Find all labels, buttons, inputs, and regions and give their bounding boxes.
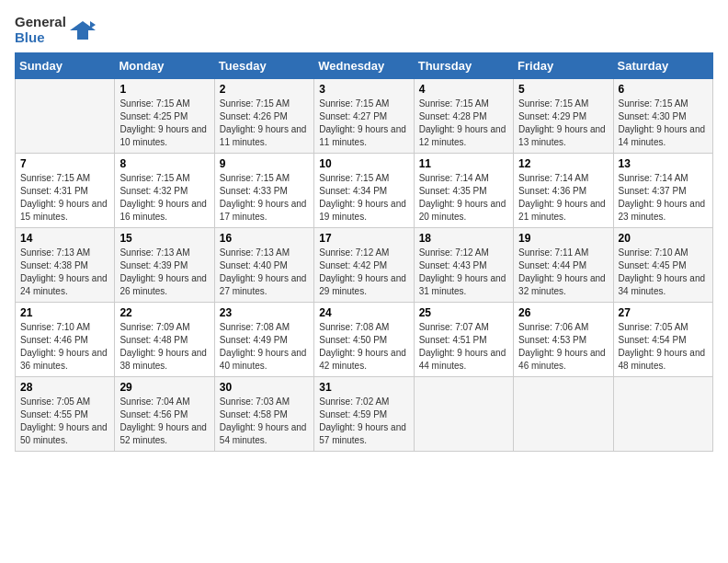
- day-info: Sunrise: 7:14 AMSunset: 4:37 PMDaylight:…: [619, 172, 708, 224]
- day-number: 24: [319, 306, 408, 319]
- day-number: 4: [419, 83, 508, 96]
- day-info: Sunrise: 7:15 AMSunset: 4:30 PMDaylight:…: [619, 98, 708, 149]
- day-info: Sunrise: 7:15 AMSunset: 4:29 PMDaylight:…: [518, 98, 608, 149]
- day-number: 2: [220, 83, 309, 96]
- logo-general: General: [15, 15, 66, 30]
- calendar-cell: 11Sunrise: 7:14 AMSunset: 4:35 PMDayligh…: [414, 154, 513, 228]
- calendar-week-3: 14Sunrise: 7:13 AMSunset: 4:38 PMDayligh…: [16, 228, 713, 303]
- day-number: 25: [419, 306, 508, 319]
- day-number: 16: [220, 232, 309, 245]
- day-number: 15: [119, 232, 209, 245]
- day-number: 30: [220, 381, 309, 394]
- day-info: Sunrise: 7:15 AMSunset: 4:34 PMDaylight:…: [319, 172, 408, 224]
- calendar-cell: 20Sunrise: 7:10 AMSunset: 4:45 PMDayligh…: [613, 228, 712, 303]
- logo-bird-icon: [70, 17, 96, 43]
- day-number: 21: [20, 306, 109, 319]
- calendar-week-5: 28Sunrise: 7:05 AMSunset: 4:55 PMDayligh…: [16, 377, 713, 452]
- day-info: Sunrise: 7:15 AMSunset: 4:26 PMDaylight:…: [220, 98, 309, 149]
- day-number: 12: [518, 157, 608, 170]
- day-number: 19: [518, 232, 608, 245]
- day-number: 18: [419, 232, 508, 245]
- calendar-cell: 5Sunrise: 7:15 AMSunset: 4:29 PMDaylight…: [514, 79, 613, 154]
- day-header-monday: Monday: [115, 53, 214, 79]
- day-info: Sunrise: 7:15 AMSunset: 4:33 PMDaylight:…: [220, 172, 309, 224]
- day-info: Sunrise: 7:03 AMSunset: 4:58 PMDaylight:…: [220, 396, 309, 447]
- day-number: 29: [119, 381, 209, 394]
- day-info: Sunrise: 7:08 AMSunset: 4:50 PMDaylight:…: [319, 321, 408, 373]
- calendar-cell: 22Sunrise: 7:09 AMSunset: 4:48 PMDayligh…: [115, 303, 214, 377]
- calendar-cell: 21Sunrise: 7:10 AMSunset: 4:46 PMDayligh…: [16, 303, 115, 377]
- day-header-wednesday: Wednesday: [314, 53, 414, 79]
- day-number: 1: [119, 83, 209, 96]
- day-info: Sunrise: 7:09 AMSunset: 4:48 PMDaylight:…: [119, 321, 209, 373]
- calendar-cell: 14Sunrise: 7:13 AMSunset: 4:38 PMDayligh…: [16, 228, 115, 303]
- calendar-week-2: 7Sunrise: 7:15 AMSunset: 4:31 PMDaylight…: [16, 154, 713, 228]
- day-header-thursday: Thursday: [414, 53, 513, 79]
- day-number: 8: [119, 157, 209, 170]
- day-info: Sunrise: 7:07 AMSunset: 4:51 PMDaylight:…: [419, 321, 508, 373]
- calendar-week-4: 21Sunrise: 7:10 AMSunset: 4:46 PMDayligh…: [16, 303, 713, 377]
- day-number: 23: [220, 306, 309, 319]
- page-header: General Blue: [15, 15, 713, 45]
- calendar-cell: [613, 377, 712, 452]
- calendar-cell: [414, 377, 513, 452]
- day-info: Sunrise: 7:13 AMSunset: 4:39 PMDaylight:…: [119, 247, 209, 298]
- day-info: Sunrise: 7:12 AMSunset: 4:43 PMDaylight:…: [419, 247, 508, 298]
- day-info: Sunrise: 7:06 AMSunset: 4:53 PMDaylight:…: [518, 321, 608, 373]
- days-header-row: SundayMondayTuesdayWednesdayThursdayFrid…: [16, 53, 713, 79]
- calendar-cell: 30Sunrise: 7:03 AMSunset: 4:58 PMDayligh…: [214, 377, 313, 452]
- calendar-cell: 2Sunrise: 7:15 AMSunset: 4:26 PMDaylight…: [214, 79, 313, 154]
- calendar-cell: 24Sunrise: 7:08 AMSunset: 4:50 PMDayligh…: [314, 303, 414, 377]
- day-info: Sunrise: 7:15 AMSunset: 4:28 PMDaylight:…: [419, 98, 508, 149]
- day-info: Sunrise: 7:10 AMSunset: 4:46 PMDaylight:…: [20, 321, 109, 373]
- calendar-cell: 8Sunrise: 7:15 AMSunset: 4:32 PMDaylight…: [115, 154, 214, 228]
- calendar-cell: 25Sunrise: 7:07 AMSunset: 4:51 PMDayligh…: [414, 303, 513, 377]
- day-info: Sunrise: 7:13 AMSunset: 4:38 PMDaylight:…: [20, 247, 109, 298]
- calendar-cell: 17Sunrise: 7:12 AMSunset: 4:42 PMDayligh…: [314, 228, 414, 303]
- calendar-cell: 15Sunrise: 7:13 AMSunset: 4:39 PMDayligh…: [115, 228, 214, 303]
- calendar-cell: 10Sunrise: 7:15 AMSunset: 4:34 PMDayligh…: [314, 154, 414, 228]
- day-number: 31: [319, 381, 408, 394]
- day-number: 11: [419, 157, 508, 170]
- svg-marker-1: [90, 21, 96, 29]
- calendar-cell: 27Sunrise: 7:05 AMSunset: 4:54 PMDayligh…: [613, 303, 712, 377]
- day-info: Sunrise: 7:10 AMSunset: 4:45 PMDaylight:…: [619, 247, 708, 298]
- day-number: 17: [319, 232, 408, 245]
- day-number: 3: [319, 83, 408, 96]
- calendar-cell: 28Sunrise: 7:05 AMSunset: 4:55 PMDayligh…: [16, 377, 115, 452]
- calendar-cell: 1Sunrise: 7:15 AMSunset: 4:25 PMDaylight…: [115, 79, 214, 154]
- day-number: 9: [220, 157, 309, 170]
- day-header-saturday: Saturday: [613, 53, 712, 79]
- calendar-week-1: 1Sunrise: 7:15 AMSunset: 4:25 PMDaylight…: [16, 79, 713, 154]
- calendar-cell: 7Sunrise: 7:15 AMSunset: 4:31 PMDaylight…: [16, 154, 115, 228]
- day-info: Sunrise: 7:04 AMSunset: 4:56 PMDaylight:…: [119, 396, 209, 447]
- calendar-cell: [16, 79, 115, 154]
- day-number: 13: [619, 157, 708, 170]
- calendar-cell: 16Sunrise: 7:13 AMSunset: 4:40 PMDayligh…: [214, 228, 313, 303]
- day-number: 10: [319, 157, 408, 170]
- calendar-cell: [514, 377, 613, 452]
- day-info: Sunrise: 7:15 AMSunset: 4:25 PMDaylight:…: [119, 98, 209, 149]
- day-number: 27: [619, 306, 708, 319]
- logo-blue: Blue: [15, 30, 66, 46]
- day-number: 14: [20, 232, 109, 245]
- day-info: Sunrise: 7:13 AMSunset: 4:40 PMDaylight:…: [220, 247, 309, 298]
- calendar-cell: 3Sunrise: 7:15 AMSunset: 4:27 PMDaylight…: [314, 79, 414, 154]
- day-info: Sunrise: 7:11 AMSunset: 4:44 PMDaylight:…: [518, 247, 608, 298]
- calendar-cell: 18Sunrise: 7:12 AMSunset: 4:43 PMDayligh…: [414, 228, 513, 303]
- calendar-cell: 13Sunrise: 7:14 AMSunset: 4:37 PMDayligh…: [613, 154, 712, 228]
- calendar-cell: 12Sunrise: 7:14 AMSunset: 4:36 PMDayligh…: [514, 154, 613, 228]
- day-header-sunday: Sunday: [16, 53, 115, 79]
- day-info: Sunrise: 7:15 AMSunset: 4:31 PMDaylight:…: [20, 172, 109, 224]
- calendar-cell: 29Sunrise: 7:04 AMSunset: 4:56 PMDayligh…: [115, 377, 214, 452]
- day-info: Sunrise: 7:14 AMSunset: 4:36 PMDaylight:…: [518, 172, 608, 224]
- day-info: Sunrise: 7:15 AMSunset: 4:27 PMDaylight:…: [319, 98, 408, 149]
- day-info: Sunrise: 7:05 AMSunset: 4:55 PMDaylight:…: [20, 396, 109, 447]
- day-info: Sunrise: 7:02 AMSunset: 4:59 PMDaylight:…: [319, 396, 408, 447]
- day-number: 5: [518, 83, 608, 96]
- calendar-table: SundayMondayTuesdayWednesdayThursdayFrid…: [15, 52, 713, 452]
- day-header-tuesday: Tuesday: [214, 53, 313, 79]
- day-number: 22: [119, 306, 209, 319]
- calendar-cell: 23Sunrise: 7:08 AMSunset: 4:49 PMDayligh…: [214, 303, 313, 377]
- day-number: 7: [20, 157, 109, 170]
